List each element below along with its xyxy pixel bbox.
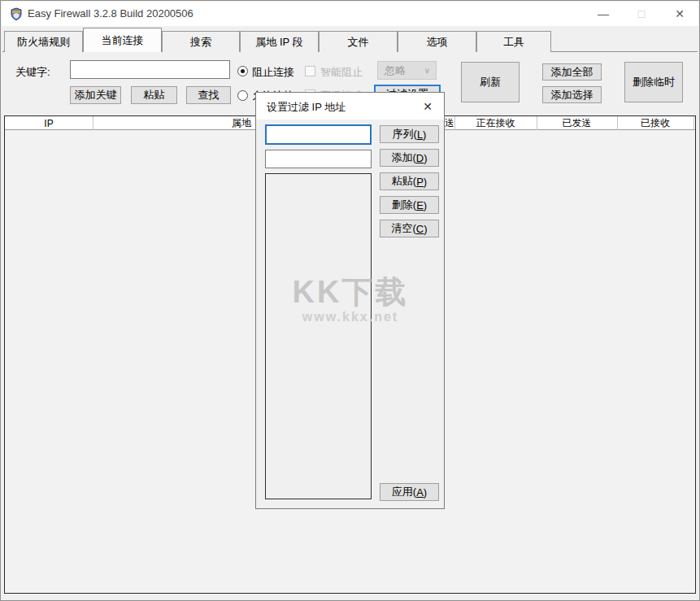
tab-tools[interactable]: 工具 xyxy=(476,31,551,52)
tab-firewall-rules[interactable]: 防火墙规则 xyxy=(4,31,83,52)
header-separator xyxy=(537,116,537,130)
title-bar: Easy Firewall 3.2.8 Build 20200506 — □ ✕ xyxy=(2,2,698,26)
tab-search[interactable]: 搜索 xyxy=(162,31,240,52)
app-shield-icon xyxy=(10,7,23,20)
apply-button[interactable]: 应用(A) xyxy=(380,483,439,501)
sequence-button[interactable]: 序列(L) xyxy=(380,125,439,143)
tab-ip-region[interactable]: 属地 IP 段 xyxy=(240,31,319,52)
maximize-icon[interactable]: □ xyxy=(623,2,660,26)
smart-block-label: 智能阻止 xyxy=(320,65,363,80)
add-keyword-button[interactable]: 添加关键 xyxy=(70,86,121,104)
tab-options[interactable]: 选项 xyxy=(398,31,476,52)
header-separator xyxy=(693,116,694,130)
column-header-ip[interactable]: IP xyxy=(5,117,93,129)
tab-file[interactable]: 文件 xyxy=(319,31,398,52)
dialog-title-bar: 设置过滤 IP 地址 ✕ xyxy=(256,93,444,120)
column-header-receiving[interactable]: 正在接收 xyxy=(454,117,537,129)
column-header-received[interactable]: 已接收 xyxy=(617,117,693,129)
ip-listbox[interactable] xyxy=(265,173,372,499)
add-button[interactable]: 添加(D) xyxy=(380,149,439,167)
tab-current-connections[interactable]: 当前连接 xyxy=(83,28,162,52)
allow-connection-radio[interactable] xyxy=(237,90,248,101)
header-separator xyxy=(454,116,455,130)
minimize-icon[interactable]: — xyxy=(585,2,622,26)
delete-temp-button[interactable]: 删除临时 xyxy=(624,62,683,102)
column-header-sent[interactable]: 已发送 xyxy=(537,117,617,129)
header-separator xyxy=(93,116,93,130)
ip-input-primary[interactable] xyxy=(265,124,372,145)
paste-keyword-button[interactable]: 粘贴 xyxy=(131,86,177,104)
dialog-close-icon[interactable]: ✕ xyxy=(418,98,437,115)
paste-button[interactable]: 粘贴(P) xyxy=(380,172,439,190)
smart-block-checkbox[interactable] xyxy=(305,66,315,76)
keyword-input[interactable] xyxy=(70,60,230,79)
add-selected-button[interactable]: 添加选择 xyxy=(542,86,602,103)
keyword-label: 关键字: xyxy=(15,65,50,80)
find-button[interactable]: 查找 xyxy=(186,86,231,104)
add-all-button[interactable]: 添加全部 xyxy=(542,63,602,81)
block-connection-label: 阻止连接 xyxy=(252,65,294,80)
dialog-title: 设置过滤 IP 地址 xyxy=(267,100,346,115)
mode-select[interactable]: 忽略 ∨ xyxy=(377,61,437,80)
clear-button[interactable]: 清空(C) xyxy=(380,220,439,237)
app-window: Easy Firewall 3.2.8 Build 20200506 — □ ✕… xyxy=(0,0,700,601)
chevron-down-icon: ∨ xyxy=(424,66,430,75)
block-connection-radio[interactable] xyxy=(237,66,248,76)
ip-input-secondary[interactable] xyxy=(265,150,372,168)
mode-select-value: 忽略 xyxy=(385,63,406,78)
close-icon[interactable]: ✕ xyxy=(661,2,698,26)
window-title: Easy Firewall 3.2.8 Build 20200506 xyxy=(28,7,193,20)
header-separator xyxy=(617,116,618,130)
refresh-button[interactable]: 刷新 xyxy=(461,62,520,102)
filter-ip-dialog: 设置过滤 IP 地址 ✕ 序列(L) 添加(D) 粘贴(P) 删除(E) 清空(… xyxy=(255,92,445,509)
delete-button[interactable]: 删除(E) xyxy=(380,196,439,214)
